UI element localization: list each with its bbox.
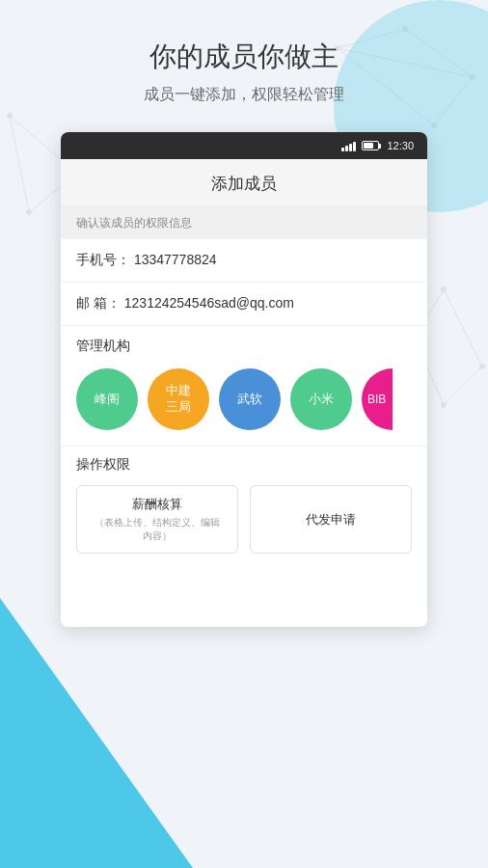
- signal-icon: [341, 140, 356, 151]
- permissions-section: 操作权限 薪酬核算 （表格上传、结构定义、编辑内容） 代发申请: [61, 446, 427, 569]
- signal-bar-2: [345, 146, 348, 151]
- org-circle-label-1: 中建 三局: [166, 383, 191, 416]
- phone-header-title: 添加成员: [211, 175, 277, 193]
- org-circle-label-2: 武软: [237, 392, 262, 408]
- org-circle-1[interactable]: 中建 三局: [148, 368, 209, 430]
- email-label: 邮 箱：: [76, 295, 121, 311]
- confirm-label: 确认该成员的权限信息: [76, 216, 192, 230]
- signal-bar-4: [353, 142, 356, 151]
- signal-bar-1: [341, 148, 344, 151]
- org-circle-label-partial: BIB: [367, 393, 386, 406]
- battery-icon: [362, 141, 381, 150]
- permission-btn-salary-sub: （表格上传、结构定义、编辑内容）: [93, 516, 222, 543]
- bottom-spacer: [61, 569, 427, 627]
- org-circles: 峰阁 中建 三局 武软 小米 BIB: [61, 363, 427, 446]
- org-section-title: 管理机构: [61, 326, 427, 363]
- org-circle-2[interactable]: 武软: [219, 368, 281, 430]
- phone-body: 确认该成员的权限信息 手机号： 13347778824 邮 箱： 1231242…: [61, 207, 427, 627]
- permission-btn-payment[interactable]: 代发申请: [250, 485, 412, 554]
- permission-btn-payment-label: 代发申请: [306, 511, 356, 529]
- email-row: 邮 箱： 123124254546sad@qq.com: [61, 283, 427, 326]
- phone-header: 添加成员: [61, 159, 427, 207]
- page-title: 你的成员你做主: [149, 39, 339, 75]
- org-circle-partial[interactable]: BIB: [362, 368, 393, 430]
- permissions-grid: 薪酬核算 （表格上传、结构定义、编辑内容） 代发申请: [76, 485, 412, 554]
- org-circle-label-3: 小米: [309, 392, 334, 408]
- page-content: 你的成员你做主 成员一键添加，权限轻松管理 12:30 添加成员: [0, 0, 488, 627]
- org-circle-3[interactable]: 小米: [290, 368, 352, 430]
- battery-body: [362, 141, 379, 150]
- permissions-title: 操作权限: [76, 456, 412, 474]
- permission-btn-salary[interactable]: 薪酬核算 （表格上传、结构定义、编辑内容）: [76, 485, 238, 554]
- phone-mockup: 12:30 添加成员 确认该成员的权限信息 手机号： 13347778824 邮…: [61, 132, 427, 627]
- email-value: 123124254546sad@qq.com: [124, 295, 294, 311]
- permission-btn-salary-main: 薪酬核算: [93, 496, 222, 513]
- signal-bar-3: [349, 144, 352, 151]
- phone-label: 手机号：: [76, 252, 130, 267]
- page-subtitle: 成员一键添加，权限轻松管理: [144, 85, 344, 105]
- org-circle-label-0: 峰阁: [95, 392, 120, 408]
- org-circle-0[interactable]: 峰阁: [76, 368, 138, 430]
- status-time: 12:30: [387, 140, 414, 151]
- status-bar: 12:30: [61, 132, 427, 159]
- battery-fill: [364, 143, 373, 149]
- confirm-section-header: 确认该成员的权限信息: [61, 207, 427, 239]
- battery-tip: [379, 144, 381, 149]
- phone-row: 手机号： 13347778824: [61, 239, 427, 283]
- phone-value: 13347778824: [134, 252, 217, 267]
